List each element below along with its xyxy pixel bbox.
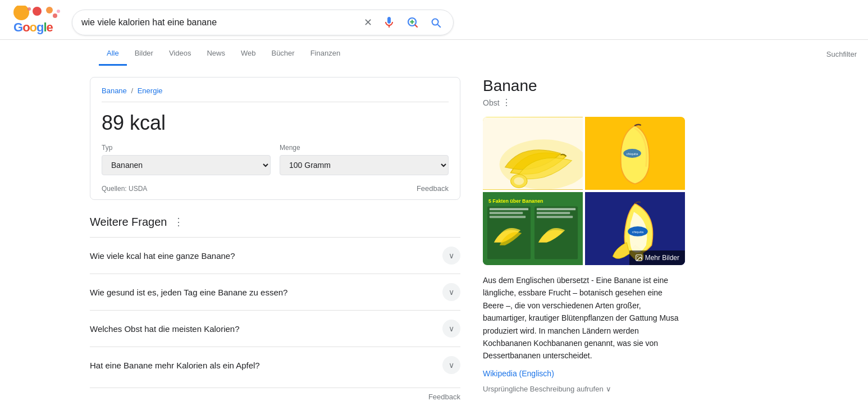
divider (102, 102, 449, 102)
fields-row: Typ Bananen Menge 100 Gramm (102, 144, 449, 175)
feedback-link[interactable]: Feedback (417, 184, 449, 193)
svg-point-28 (637, 256, 638, 257)
typ-field-group: Typ Bananen (102, 144, 271, 175)
wikipedia-link[interactable]: Wikipedia (Englisch) (483, 369, 554, 378)
banana-illustration-2: chiquita (585, 117, 685, 190)
search-bar[interactable]: wie viele kalorien hat eine banane ✕ (72, 10, 454, 35)
svg-point-10 (514, 177, 524, 185)
image-icon (635, 254, 643, 262)
svg-point-0 (13, 6, 29, 20)
svg-text:5 Fakten über Bananen: 5 Fakten über Bananen (488, 198, 543, 204)
faq-question-2: Welches Obst hat die meisten Kalorien? (90, 324, 240, 334)
breadcrumb-separator: / (131, 86, 133, 95)
microphone-button[interactable] (380, 13, 398, 31)
svg-point-3 (53, 13, 57, 18)
faq-footer: Feedback (90, 388, 460, 401)
faq-question-3: Hat eine Banane mehr Kalorien als ein Ap… (90, 361, 260, 370)
further-questions-header: Weitere Fragen ⋮ (90, 213, 460, 230)
faq-chevron-3: ∨ (442, 356, 460, 374)
faq-item-2[interactable]: Welches Obst hat die meisten Kalorien? ∨ (90, 310, 460, 347)
tab-alle[interactable]: Alle (99, 42, 127, 66)
faq-chevron-0: ∨ (442, 247, 460, 265)
entity-image-3[interactable]: 5 Fakten über Bananen (483, 192, 583, 265)
faq-question-1: Wie gesund ist es, jeden Tag eine Banane… (90, 288, 287, 297)
search-icon (430, 16, 442, 29)
entity-image-1[interactable] (483, 117, 583, 190)
show-original-text: Ursprüngliche Beschreibung aufrufen (483, 385, 604, 393)
breadcrumb-link[interactable]: Banane (102, 86, 127, 95)
source-text: Quellen: USDA (102, 185, 147, 193)
search-button[interactable] (427, 14, 444, 31)
svg-point-4 (28, 7, 31, 11)
more-images-overlay[interactable]: Mehr Bilder (629, 250, 685, 265)
tab-finanzen[interactable]: Finanzen (303, 42, 348, 66)
svg-point-1 (33, 7, 42, 16)
breadcrumb-current: Energie (138, 86, 163, 95)
show-original[interactable]: Ursprüngliche Beschreibung aufrufen ∨ (483, 385, 685, 393)
kcal-value: 89 kcal (102, 111, 449, 135)
svg-rect-19 (490, 212, 523, 214)
tab-videos[interactable]: Videos (161, 42, 199, 66)
lens-icon (406, 16, 419, 29)
clear-button[interactable]: ✕ (362, 14, 374, 31)
main-content: Banane / Energie 89 kcal Typ Bananen Men… (0, 66, 868, 410)
faq-item-1[interactable]: Wie gesund ist es, jeden Tag eine Banane… (90, 274, 460, 310)
further-questions-section: Weitere Fragen ⋮ Wie viele kcal hat eine… (90, 213, 460, 401)
microphone-icon (382, 16, 396, 29)
faq-chevron-2: ∨ (442, 320, 460, 338)
visual-search-button[interactable] (404, 13, 422, 31)
nutrition-card: Banane / Energie 89 kcal Typ Bananen Men… (90, 77, 460, 200)
tab-news[interactable]: News (199, 42, 233, 66)
entity-title: Banane (483, 77, 685, 95)
svg-rect-23 (537, 216, 573, 218)
entity-image-4[interactable]: chiquita Mehr Bilder (585, 192, 685, 265)
svg-point-5 (57, 10, 60, 13)
tab-bilder[interactable]: Bilder (127, 42, 161, 66)
menge-select[interactable]: 100 Gramm (280, 155, 449, 175)
more-options-button[interactable]: ⋮ (171, 213, 186, 230)
faq-item-0[interactable]: Wie viele kcal hat eine ganze Banane? ∨ (90, 237, 460, 274)
search-input[interactable]: wie viele kalorien hat eine banane (81, 17, 356, 28)
tab-buecher[interactable]: Bücher (263, 42, 302, 66)
left-column: Banane / Energie 89 kcal Typ Bananen Men… (90, 77, 460, 401)
breadcrumb: Banane / Energie (102, 86, 449, 95)
typ-select[interactable]: Bananen (102, 155, 271, 175)
banana-illustration-1 (483, 117, 583, 190)
svg-text:chiquita: chiquita (632, 230, 644, 234)
entity-description: Aus dem Englischen übersetzt - Eine Bana… (483, 274, 685, 362)
faq-chevron-1: ∨ (442, 283, 460, 301)
suchfilter-button[interactable]: Suchfilter (815, 43, 868, 65)
menge-label: Menge (280, 144, 449, 152)
right-column: Banane Obst ⋮ (483, 77, 685, 401)
entity-image-2[interactable]: chiquita (585, 117, 685, 190)
faq-item-3[interactable]: Hat eine Banane mehr Kalorien als ein Ap… (90, 347, 460, 383)
entity-subtitle: Obst ⋮ (483, 97, 685, 108)
faq-question-0: Wie viele kcal hat eine ganze Banane? (90, 251, 235, 261)
svg-rect-21 (537, 208, 575, 210)
svg-rect-18 (490, 208, 528, 210)
image-grid: chiquita 5 Fakten über Bananen (483, 117, 685, 265)
nav-tabs: Alle Bilder Videos News Web Bücher Finan… (0, 40, 868, 66)
more-images-label: Mehr Bilder (645, 254, 679, 262)
svg-rect-22 (537, 212, 570, 214)
entity-more-button[interactable]: ⋮ (502, 97, 511, 108)
typ-label: Typ (102, 144, 271, 152)
svg-rect-20 (490, 216, 526, 218)
card-footer: Quellen: USDA Feedback (102, 184, 449, 193)
google-logo-text: Google (13, 20, 53, 35)
further-questions-title: Weitere Fragen (90, 216, 167, 229)
menge-field-group: Menge 100 Gramm (280, 144, 449, 175)
clear-icon: ✕ (364, 16, 372, 29)
faq-feedback-link[interactable]: Feedback (428, 393, 460, 401)
svg-point-2 (46, 7, 53, 13)
banana-illustration-3: 5 Fakten über Bananen (483, 192, 583, 265)
svg-text:chiquita: chiquita (627, 152, 638, 156)
chevron-down-icon: ∨ (606, 385, 611, 393)
tab-web[interactable]: Web (233, 42, 264, 66)
